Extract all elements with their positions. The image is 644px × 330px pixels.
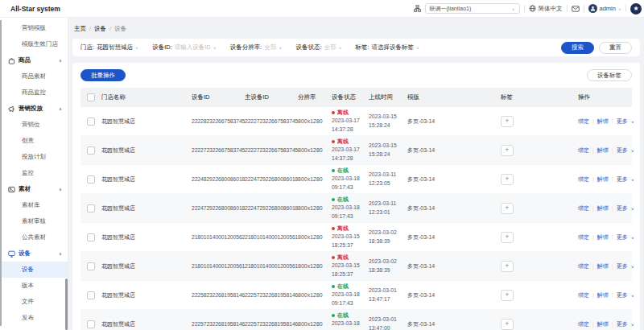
sidebar-item-file[interactable]: 文件 — [0, 294, 68, 310]
tag-cell: + — [501, 203, 578, 214]
reset-button[interactable]: 重置 — [599, 42, 632, 54]
online-time-cell: 2023-03-0218:38:39 — [369, 258, 407, 274]
sidebar-scrollbar[interactable] — [65, 278, 68, 330]
sidebar-item-monitor[interactable]: 监控 — [0, 165, 68, 181]
status-label: 离线 — [337, 225, 349, 233]
message-icon[interactable] — [572, 6, 580, 12]
device-id-cell: 218010140001200561 — [192, 263, 245, 269]
window-scrollbar[interactable] — [0, 20, 2, 326]
sidebar-item-device-group[interactable]: 设备∧ — [0, 245, 68, 262]
unbind-link[interactable]: 解绑 — [597, 233, 609, 241]
row-checkbox[interactable] — [87, 175, 95, 184]
more-link[interactable]: 更多 — [617, 233, 628, 241]
store-name-cell: 花园智慧城店 — [101, 233, 192, 241]
device-id-filter[interactable]: 设备ID: 请输入设备ID ∨ — [152, 43, 217, 52]
more-link[interactable]: 更多 — [617, 146, 628, 155]
sidebar-item-version[interactable]: 版本 — [0, 278, 68, 294]
row-checkbox[interactable] — [87, 118, 95, 126]
bind-link[interactable]: 绑定 — [578, 175, 589, 184]
tag-filter[interactable]: 标签: 请选择设备标签 ∨ — [356, 43, 420, 52]
online-date: 2023-03-11 — [369, 200, 407, 208]
batch-action-button[interactable]: 批量操作 — [80, 69, 126, 81]
sidebar-item-material-review[interactable]: 素材审核 — [0, 213, 68, 229]
sidebar-item-publish[interactable]: 发布 — [0, 310, 68, 326]
status-filter-label: 设备状态: — [295, 43, 321, 52]
row-checkbox[interactable] — [87, 320, 95, 328]
store-name-cell: 花园智慧城店 — [101, 320, 192, 328]
device-status-cell: 在线2023-03-1809:17:43 — [332, 311, 369, 330]
sidebar-item-delivery-plan[interactable]: 投放计划 — [0, 149, 68, 165]
bind-link[interactable]: 绑定 — [578, 118, 589, 126]
bind-link[interactable]: 绑定 — [578, 233, 589, 241]
status-time: 09:17:43 — [332, 299, 369, 307]
sidebar-item-goods[interactable]: 商品∧ — [0, 52, 68, 68]
add-tag-button[interactable]: + — [501, 174, 514, 185]
unbind-link[interactable]: 解绑 — [597, 291, 609, 299]
sidebar-item-template-active-store[interactable]: 模版生效门店 — [0, 36, 68, 52]
app-logo: All-Star system — [0, 5, 68, 13]
unbind-link[interactable]: 解绑 — [597, 204, 609, 212]
add-tag-button[interactable]: + — [501, 290, 514, 301]
resolution-filter[interactable]: 设备分辨率: 全部 ∨ — [230, 43, 283, 52]
sidebar-item-device[interactable]: 设备 — [0, 262, 68, 278]
breadcrumb-home[interactable]: 主页 — [74, 25, 86, 32]
device-status-cell: 在线2023-03-1809:17:43 — [332, 196, 369, 220]
language-switcher[interactable]: 简体中文 — [529, 5, 563, 13]
add-tag-button[interactable]: + — [501, 319, 514, 330]
sidebar-item-goods-material[interactable]: 商品素材 — [0, 68, 68, 85]
add-tag-button[interactable]: + — [501, 261, 514, 272]
sidebar-item-goods-monitor[interactable]: 商品监控 — [0, 85, 68, 101]
user-menu[interactable]: admin ∨ — [588, 4, 621, 13]
search-button[interactable]: 搜索 — [561, 42, 594, 54]
add-tag-button[interactable]: + — [501, 232, 514, 243]
topbar: All-Star system 联调一(liantiao1) ∨ 简体中文 — [0, 0, 644, 18]
main-device-id-cell: 218010140001200561 — [245, 263, 298, 269]
bind-link[interactable]: 绑定 — [578, 262, 589, 270]
sidebar-item-creative[interactable]: 创意 — [0, 133, 68, 149]
status-filter[interactable]: 设备状态: 全部 ∨ — [295, 43, 341, 52]
sidebar-item-marketing-delivery[interactable]: 营销投放∧ — [0, 101, 68, 117]
add-tag-button[interactable]: + — [501, 203, 514, 214]
device-tag-button[interactable]: 设备标签 — [587, 69, 632, 81]
unbind-link[interactable]: 解绑 — [597, 320, 609, 328]
add-tag-button[interactable]: + — [501, 116, 514, 127]
unbind-link[interactable]: 解绑 — [597, 118, 609, 126]
bind-link[interactable]: 绑定 — [578, 146, 589, 155]
chevron-up-icon: ∧ — [59, 106, 62, 111]
environment-select[interactable]: 联调一(liantiao1) ∨ — [425, 3, 520, 14]
online-time: 12:23:01 — [369, 208, 407, 217]
unbind-link[interactable]: 解绑 — [597, 262, 609, 270]
row-checkbox[interactable] — [87, 262, 95, 270]
bind-link[interactable]: 绑定 — [578, 204, 589, 212]
breadcrumb-device[interactable]: 设备 — [94, 25, 106, 32]
more-link[interactable]: 更多 — [617, 320, 628, 328]
bind-link[interactable]: 绑定 — [578, 291, 589, 299]
row-checkbox[interactable] — [87, 204, 95, 212]
row-checkbox[interactable] — [87, 233, 95, 241]
sidebar-item-material[interactable]: 素材∧ — [0, 181, 68, 197]
more-link[interactable]: 更多 — [617, 118, 628, 126]
chevron-down-icon: ∨ — [631, 119, 634, 123]
sidebar-item-material-library[interactable]: 素材库 — [0, 197, 68, 213]
row-checkbox[interactable] — [87, 291, 95, 299]
row-checkbox[interactable] — [87, 146, 95, 155]
unbind-link[interactable]: 解绑 — [597, 146, 609, 155]
workspace-avatar[interactable]: ★ — [630, 3, 642, 14]
sidebar-item-marketing-slot[interactable]: 营销位 — [0, 117, 68, 133]
more-link[interactable]: 更多 — [617, 262, 628, 270]
more-link[interactable]: 更多 — [617, 204, 628, 212]
bind-link[interactable]: 绑定 — [578, 320, 589, 328]
select-all-checkbox[interactable] — [87, 93, 95, 101]
sidebar-item-public-material[interactable]: 公共素材 — [0, 229, 68, 245]
sidebar-item-marketing-template[interactable]: 营销模版 — [0, 20, 68, 36]
goods-icon — [8, 57, 15, 64]
more-link[interactable]: 更多 — [617, 291, 628, 299]
add-tag-button[interactable]: + — [501, 145, 514, 156]
status-time: 14:37:28 — [332, 155, 369, 163]
chevron-down-icon: ∨ — [618, 6, 621, 10]
unbind-link[interactable]: 解绑 — [597, 175, 609, 184]
more-link[interactable]: 更多 — [617, 175, 628, 184]
store-filter[interactable]: 门店: 花园智慧城店 ∨ — [80, 43, 138, 52]
store-filter-label: 门店: — [80, 43, 94, 52]
device-status-cell: 离线2023-03-1714:37:28 — [332, 109, 369, 133]
